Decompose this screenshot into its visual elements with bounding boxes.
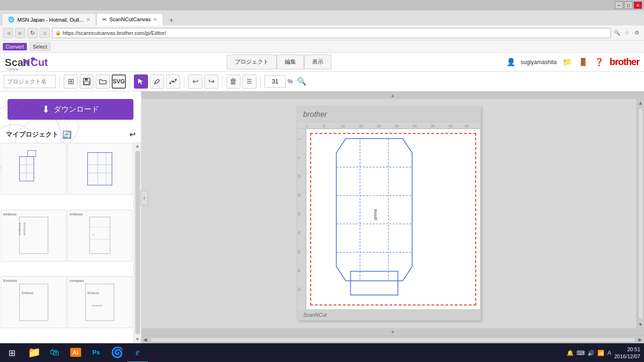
logout-icon[interactable]: 🚪 [578, 57, 589, 68]
download-button[interactable]: ⬇ ダウンロード [8, 99, 133, 120]
scroll-down-arrow[interactable]: ▼ [134, 335, 141, 343]
minimize-button[interactable]: − [615, 1, 623, 9]
app-menu: プロジェクト 編集 表示 [227, 55, 331, 69]
system-clock: 20:51 2016/12/07 [614, 346, 640, 360]
menu-edit[interactable]: 編集 [277, 55, 304, 69]
back-projects-icon[interactable]: ↩ [129, 130, 135, 139]
explorer-icon: 📁 [28, 346, 41, 359]
start-button[interactable]: ⊞ [0, 344, 24, 362]
canvas-scroll-top[interactable]: ▲ [141, 91, 644, 99]
select-label[interactable]: Select [30, 42, 51, 51]
canvas-right-scroll[interactable]: ▲ ▼ [636, 99, 644, 328]
clock-date: 2016/12/07 [614, 353, 640, 360]
back-button[interactable]: ◀ [3, 28, 13, 38]
projects-scrollbar[interactable]: ▲ ▼ [133, 142, 141, 343]
star-addr-icon[interactable]: ☆ [623, 29, 631, 37]
ps-icon: Ps [90, 348, 102, 357]
tab-msn[interactable]: 🌐 MSN Japan - Hotmail, Outl... ✕ [2, 13, 96, 25]
app-topbar: Scan N Cut Canvas プロジェクト 編集 表示 👤 sugiyam… [0, 53, 644, 72]
delete-button[interactable]: 🗑 [226, 74, 240, 89]
svg-text:Emboss: Emboss [88, 291, 99, 295]
svg-point-10 [175, 79, 177, 81]
svg-text:40: 40 [449, 124, 453, 128]
close-button[interactable]: ✕ [634, 1, 642, 9]
project-thumb-svg-5: Emboss [8, 282, 59, 322]
convert-tool[interactable]: Convert [3, 43, 27, 50]
svg-text:20: 20 [377, 124, 381, 128]
project-thumb-4[interactable]: emboss I [67, 210, 133, 262]
canvas-h-track [151, 338, 635, 342]
mat-canvas: prima [306, 129, 480, 310]
logo-svg: Scan N Cut Canvas [5, 54, 52, 71]
reload-button[interactable]: ↻ [27, 28, 38, 38]
zoom-input[interactable] [264, 75, 286, 88]
project-label-6: compact [70, 279, 84, 283]
taskbar-app-ie[interactable]: e [127, 344, 148, 362]
project-label-4: emboss [70, 212, 83, 216]
project-thumb-1[interactable] [1, 143, 66, 195]
taskbar-app-app5[interactable]: 🌀 [107, 344, 127, 362]
store-icon: 🛍 [50, 347, 59, 358]
app-area: Scan N Cut Canvas プロジェクト 編集 表示 👤 sugiyam… [0, 53, 644, 343]
mat-header: brother [297, 107, 480, 122]
refresh-icon[interactable]: 🔄 [62, 130, 72, 139]
url-input[interactable]: 🔒 https://scanncutcanvas.brother.com/jp/… [52, 28, 611, 38]
mat-body: 1 5 10 15 20 25 30 35 40 [297, 129, 480, 310]
project-thumb-5[interactable]: Emboss Emboss [1, 276, 66, 328]
taskbar-app-store[interactable]: 🛍 [44, 344, 65, 362]
undo-button[interactable]: ↩ [188, 74, 202, 89]
node-tool-button[interactable] [166, 74, 180, 89]
search-addr-icon[interactable]: 🔍 [613, 29, 621, 37]
menu-project[interactable]: プロジェクト [227, 55, 277, 69]
toolbar-sep-2 [130, 75, 130, 88]
zoom-search-button[interactable]: 🔍 [295, 74, 309, 89]
project-thumb-svg-6: Emboss compact [74, 282, 125, 322]
new-tab-button[interactable]: + [165, 15, 177, 25]
svg-text:10: 10 [297, 174, 301, 178]
canvas-scroll-bottom[interactable]: ▼ [141, 328, 644, 336]
canvas-scroll-down-btn[interactable]: ▼ [637, 321, 644, 328]
svg-text:45: 45 [465, 124, 469, 128]
svg-rect-34 [86, 284, 114, 321]
ruler-left-svg: 1 5 10 15 20 25 30 35 40 [297, 129, 306, 308]
save-button[interactable] [80, 74, 94, 89]
redo-button[interactable]: ↪ [204, 74, 218, 89]
scroll-up-arrow[interactable]: ▲ [134, 142, 141, 150]
select-tool[interactable]: Select [30, 42, 51, 51]
grid-button[interactable]: ⊞ [64, 74, 78, 89]
select-tool-button[interactable] [134, 74, 148, 89]
svg-rect-16 [27, 150, 35, 156]
project-thumb-2[interactable] [67, 143, 133, 195]
user-area: 👤 sugiyamashita 📁 🚪 ❓ brother [506, 57, 639, 68]
tab-scanncutcanvas[interactable]: ✂ ScanNCutCanvas ✕ [96, 13, 163, 25]
scroll-thumb [135, 151, 140, 334]
notification-icon[interactable]: 📁 [561, 57, 573, 68]
svg-export-button[interactable]: SVG [112, 74, 126, 89]
taskbar-app-illustrator[interactable]: Ai [65, 344, 86, 362]
panel-collapse-arrow[interactable]: ‹ [140, 190, 148, 206]
text-button[interactable]: ☰ [242, 74, 256, 89]
project-thumb-6[interactable]: compact Emboss compact [67, 276, 133, 328]
help-icon[interactable]: ❓ [594, 57, 605, 68]
project-name-input[interactable] [4, 75, 56, 88]
svg-text:prima: prima [373, 209, 378, 220]
canvas-h-scroll[interactable]: ◀ ▶ [141, 336, 644, 343]
taskbar-app-photoshop[interactable]: Ps [86, 344, 107, 362]
convert-label[interactable]: Convert [3, 43, 27, 50]
forward-button[interactable]: ▶ [15, 28, 25, 38]
tab-close-scanncut[interactable]: ✕ [153, 17, 157, 22]
canvas-scroll-left-btn[interactable]: ◀ [141, 336, 149, 344]
tab-close-msn[interactable]: ✕ [86, 17, 90, 22]
svg-text:40: 40 [297, 288, 301, 291]
project-thumb-3[interactable]: emboss emboss emboss [1, 210, 66, 262]
pen-tool-button[interactable] [150, 74, 164, 89]
menu-view[interactable]: 表示 [304, 55, 331, 69]
maximize-button[interactable]: □ [624, 1, 633, 9]
canvas-scroll-up-btn[interactable]: ▲ [637, 99, 644, 107]
taskbar-app-explorer[interactable]: 📁 [24, 344, 44, 362]
canvas-scroll-right-btn[interactable]: ▶ [636, 336, 644, 344]
home-button[interactable]: ⌂ [40, 28, 50, 38]
url-text: https://scanncutcanvas.brother.com/jp/Ed… [63, 30, 166, 36]
settings-addr-icon[interactable]: ⚙ [633, 29, 641, 37]
open-button[interactable] [96, 74, 110, 89]
